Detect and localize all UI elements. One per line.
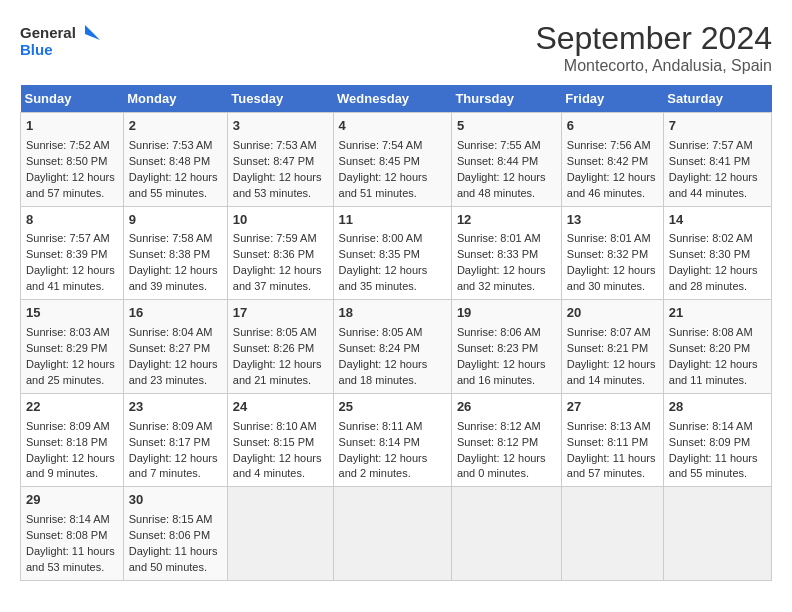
table-row: 15Sunrise: 8:03 AMSunset: 8:29 PMDayligh… <box>21 300 124 394</box>
sunrise: Sunrise: 8:06 AM <box>457 326 541 338</box>
table-row: 30Sunrise: 8:15 AMSunset: 8:06 PMDayligh… <box>123 487 227 581</box>
day-number: 13 <box>567 211 658 230</box>
table-row: 16Sunrise: 8:04 AMSunset: 8:27 PMDayligh… <box>123 300 227 394</box>
daylight: Daylight: 12 hours and 21 minutes. <box>233 358 322 386</box>
table-row: 18Sunrise: 8:05 AMSunset: 8:24 PMDayligh… <box>333 300 451 394</box>
sunset: Sunset: 8:15 PM <box>233 436 314 448</box>
svg-marker-0 <box>85 25 100 40</box>
daylight: Daylight: 11 hours and 55 minutes. <box>669 452 758 480</box>
daylight: Daylight: 12 hours and 55 minutes. <box>129 171 218 199</box>
daylight: Daylight: 12 hours and 16 minutes. <box>457 358 546 386</box>
sunrise: Sunrise: 8:02 AM <box>669 232 753 244</box>
daylight: Daylight: 12 hours and 0 minutes. <box>457 452 546 480</box>
day-number: 22 <box>26 398 118 417</box>
daylight: Daylight: 12 hours and 46 minutes. <box>567 171 656 199</box>
sunset: Sunset: 8:12 PM <box>457 436 538 448</box>
daylight: Daylight: 11 hours and 50 minutes. <box>129 545 218 573</box>
table-row: 21Sunrise: 8:08 AMSunset: 8:20 PMDayligh… <box>663 300 771 394</box>
sunrise: Sunrise: 8:00 AM <box>339 232 423 244</box>
table-row: 26Sunrise: 8:12 AMSunset: 8:12 PMDayligh… <box>451 393 561 487</box>
sunset: Sunset: 8:41 PM <box>669 155 750 167</box>
sunset: Sunset: 8:48 PM <box>129 155 210 167</box>
day-number: 30 <box>129 491 222 510</box>
table-row: 9Sunrise: 7:58 AMSunset: 8:38 PMDaylight… <box>123 206 227 300</box>
sunset: Sunset: 8:44 PM <box>457 155 538 167</box>
day-number: 25 <box>339 398 446 417</box>
table-row <box>663 487 771 581</box>
daylight: Daylight: 11 hours and 57 minutes. <box>567 452 656 480</box>
calendar-table: Sunday Monday Tuesday Wednesday Thursday… <box>20 85 772 581</box>
daylight: Daylight: 12 hours and 37 minutes. <box>233 264 322 292</box>
col-monday: Monday <box>123 85 227 113</box>
svg-text:Blue: Blue <box>20 41 53 58</box>
day-number: 12 <box>457 211 556 230</box>
sunset: Sunset: 8:47 PM <box>233 155 314 167</box>
table-row: 24Sunrise: 8:10 AMSunset: 8:15 PMDayligh… <box>227 393 333 487</box>
table-row: 19Sunrise: 8:06 AMSunset: 8:23 PMDayligh… <box>451 300 561 394</box>
day-number: 23 <box>129 398 222 417</box>
day-number: 9 <box>129 211 222 230</box>
sunset: Sunset: 8:11 PM <box>567 436 648 448</box>
table-row: 28Sunrise: 8:14 AMSunset: 8:09 PMDayligh… <box>663 393 771 487</box>
daylight: Daylight: 12 hours and 18 minutes. <box>339 358 428 386</box>
sunset: Sunset: 8:35 PM <box>339 248 420 260</box>
day-number: 14 <box>669 211 766 230</box>
sunset: Sunset: 8:42 PM <box>567 155 648 167</box>
calendar-week-4: 22Sunrise: 8:09 AMSunset: 8:18 PMDayligh… <box>21 393 772 487</box>
day-number: 2 <box>129 117 222 136</box>
day-number: 21 <box>669 304 766 323</box>
day-number: 29 <box>26 491 118 510</box>
col-wednesday: Wednesday <box>333 85 451 113</box>
sunset: Sunset: 8:18 PM <box>26 436 107 448</box>
sunset: Sunset: 8:29 PM <box>26 342 107 354</box>
day-number: 8 <box>26 211 118 230</box>
month-title: September 2024 <box>535 20 772 57</box>
sunset: Sunset: 8:32 PM <box>567 248 648 260</box>
day-number: 24 <box>233 398 328 417</box>
sunset: Sunset: 8:21 PM <box>567 342 648 354</box>
daylight: Daylight: 12 hours and 25 minutes. <box>26 358 115 386</box>
title-area: September 2024 Montecorto, Andalusia, Sp… <box>535 20 772 75</box>
calendar-week-1: 1Sunrise: 7:52 AMSunset: 8:50 PMDaylight… <box>21 113 772 207</box>
sunrise: Sunrise: 7:57 AM <box>26 232 110 244</box>
daylight: Daylight: 11 hours and 53 minutes. <box>26 545 115 573</box>
sunrise: Sunrise: 8:15 AM <box>129 513 213 525</box>
sunrise: Sunrise: 8:09 AM <box>26 420 110 432</box>
daylight: Daylight: 12 hours and 32 minutes. <box>457 264 546 292</box>
table-row <box>333 487 451 581</box>
day-number: 6 <box>567 117 658 136</box>
sunrise: Sunrise: 8:11 AM <box>339 420 423 432</box>
table-row: 5Sunrise: 7:55 AMSunset: 8:44 PMDaylight… <box>451 113 561 207</box>
sunrise: Sunrise: 7:56 AM <box>567 139 651 151</box>
day-number: 17 <box>233 304 328 323</box>
day-number: 28 <box>669 398 766 417</box>
table-row: 27Sunrise: 8:13 AMSunset: 8:11 PMDayligh… <box>561 393 663 487</box>
table-row: 2Sunrise: 7:53 AMSunset: 8:48 PMDaylight… <box>123 113 227 207</box>
sunset: Sunset: 8:26 PM <box>233 342 314 354</box>
table-row <box>227 487 333 581</box>
sunrise: Sunrise: 8:05 AM <box>233 326 317 338</box>
daylight: Daylight: 12 hours and 11 minutes. <box>669 358 758 386</box>
daylight: Daylight: 12 hours and 35 minutes. <box>339 264 428 292</box>
daylight: Daylight: 12 hours and 41 minutes. <box>26 264 115 292</box>
col-saturday: Saturday <box>663 85 771 113</box>
sunset: Sunset: 8:38 PM <box>129 248 210 260</box>
sunset: Sunset: 8:23 PM <box>457 342 538 354</box>
sunrise: Sunrise: 8:14 AM <box>26 513 110 525</box>
sunset: Sunset: 8:20 PM <box>669 342 750 354</box>
table-row: 29Sunrise: 8:14 AMSunset: 8:08 PMDayligh… <box>21 487 124 581</box>
sunrise: Sunrise: 7:58 AM <box>129 232 213 244</box>
daylight: Daylight: 12 hours and 53 minutes. <box>233 171 322 199</box>
sunrise: Sunrise: 8:14 AM <box>669 420 753 432</box>
daylight: Daylight: 12 hours and 28 minutes. <box>669 264 758 292</box>
daylight: Daylight: 12 hours and 51 minutes. <box>339 171 428 199</box>
sunset: Sunset: 8:14 PM <box>339 436 420 448</box>
sunset: Sunset: 8:33 PM <box>457 248 538 260</box>
table-row: 3Sunrise: 7:53 AMSunset: 8:47 PMDaylight… <box>227 113 333 207</box>
table-row: 4Sunrise: 7:54 AMSunset: 8:45 PMDaylight… <box>333 113 451 207</box>
table-row: 6Sunrise: 7:56 AMSunset: 8:42 PMDaylight… <box>561 113 663 207</box>
table-row: 8Sunrise: 7:57 AMSunset: 8:39 PMDaylight… <box>21 206 124 300</box>
header-row: Sunday Monday Tuesday Wednesday Thursday… <box>21 85 772 113</box>
daylight: Daylight: 12 hours and 44 minutes. <box>669 171 758 199</box>
sunrise: Sunrise: 8:04 AM <box>129 326 213 338</box>
